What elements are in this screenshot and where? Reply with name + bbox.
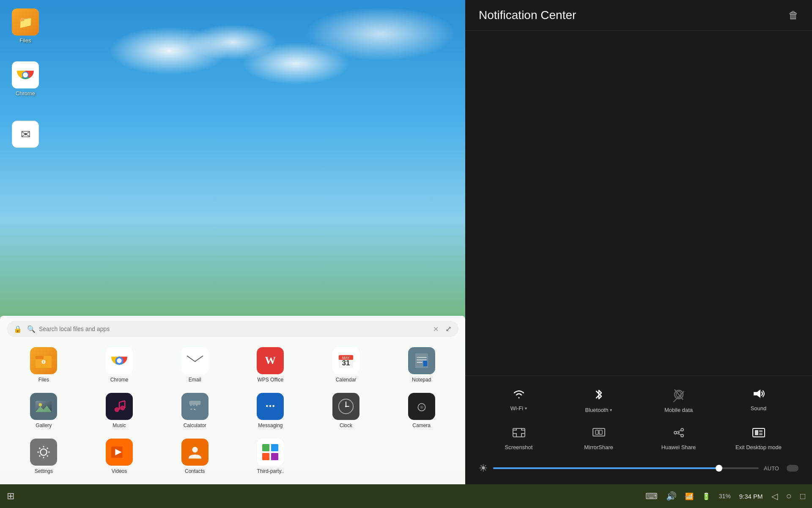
brightness-slider[interactable] <box>493 467 759 469</box>
app-item-gallery[interactable]: Gallery <box>7 389 81 432</box>
svg-point-76 <box>681 428 683 431</box>
huaweishare-label: Huawei Share <box>661 444 696 450</box>
svg-rect-20 <box>423 361 427 366</box>
svg-text:31: 31 <box>342 359 350 367</box>
notif-header: Notification Center 🗑 <box>465 0 812 31</box>
app-item-email[interactable]: Email <box>158 344 232 386</box>
taskbar-battery-icon: 🔋 <box>702 492 710 500</box>
app-item-chrome[interactable]: Chrome <box>82 344 156 386</box>
taskbar-time: 9:34 PM <box>739 493 763 500</box>
app-item-thirdparty[interactable]: Third-party.. <box>233 435 307 478</box>
app-item-settings[interactable]: Settings <box>7 435 81 478</box>
app-icon-settings <box>30 439 57 466</box>
app-item-contacts[interactable]: Contacts <box>158 435 232 478</box>
app-item-camera[interactable]: Camera <box>384 389 458 432</box>
svg-text:÷  ×: ÷ × <box>190 407 195 411</box>
svg-rect-71 <box>593 428 605 436</box>
app-icon-music <box>106 393 133 420</box>
taskbar-left: ⊞ <box>7 491 14 502</box>
qs-mirrorshare[interactable]: MirrorShare <box>559 423 639 454</box>
taskbar-volume-icon[interactable]: 🔊 <box>666 491 677 501</box>
app-icon-clock <box>332 393 359 420</box>
app-label-files: Files <box>38 377 49 383</box>
taskbar-back-icon[interactable]: ◁ <box>771 491 778 501</box>
notif-center-title: Notification Center <box>479 8 576 22</box>
qs-bluetooth[interactable]: Bluetooth ▾ <box>559 384 639 417</box>
desktop-icon-mail[interactable]: ✉ <box>8 121 42 148</box>
svg-text:MAY: MAY <box>342 356 350 360</box>
app-item-messaging[interactable]: Messaging <box>233 389 307 432</box>
qs-screenshot[interactable]: Screenshot <box>479 423 559 454</box>
svg-point-39 <box>273 405 275 407</box>
brightness-auto-toggle[interactable] <box>787 465 798 472</box>
sound-icon <box>752 388 765 403</box>
svg-line-55 <box>39 448 40 449</box>
app-label-music: Music <box>112 422 126 428</box>
taskbar-apps-icon[interactable]: ⊞ <box>7 491 14 502</box>
svg-line-78 <box>677 431 681 432</box>
svg-point-27 <box>120 406 125 410</box>
qs-huaweishare[interactable]: Huawei Share <box>639 423 719 454</box>
desktop-icon-chrome[interactable]: Chrome <box>8 61 42 97</box>
bluetooth-icon <box>593 388 605 404</box>
notif-clear-button[interactable]: 🗑 <box>788 9 798 21</box>
svg-rect-65 <box>262 453 269 460</box>
taskbar-home-icon[interactable]: ○ <box>786 491 792 502</box>
search-input[interactable] <box>39 326 430 332</box>
qs-wifi[interactable]: Wi-Fi ▾ <box>479 384 559 417</box>
svg-point-3 <box>23 72 28 77</box>
svg-rect-48 <box>418 400 422 403</box>
app-label-settings: Settings <box>35 468 53 474</box>
svg-line-53 <box>39 456 40 456</box>
app-item-calendar[interactable]: 31MAYCalendar <box>309 344 383 386</box>
files-desktop-label: Files <box>19 37 31 44</box>
app-label-clock: Clock <box>340 422 352 428</box>
app-item-wps[interactable]: WWPS Office <box>233 344 307 386</box>
app-icon-files <box>30 347 57 374</box>
app-icon-calendar: 31MAY <box>332 347 359 374</box>
app-icon-contacts <box>181 439 208 466</box>
app-icon-thirdparty <box>257 439 284 466</box>
app-icon-calculator: ÷ ×+ − = <box>181 393 208 420</box>
notif-body <box>465 31 812 375</box>
svg-point-75 <box>674 431 677 434</box>
files-desktop-icon: 📁 <box>12 8 39 36</box>
expand-icon[interactable]: ⤢ <box>445 324 452 334</box>
app-icon-messaging <box>257 393 284 420</box>
svg-point-10 <box>117 358 121 363</box>
svg-point-38 <box>269 405 272 407</box>
clear-search-icon[interactable]: ✕ <box>433 325 439 333</box>
taskbar-keyboard-icon[interactable]: ⌨ <box>645 491 658 501</box>
svg-point-49 <box>41 449 47 455</box>
app-label-wps: WPS Office <box>257 377 283 383</box>
qs-mobile-data[interactable]: Mobile data <box>639 384 719 417</box>
app-item-clock[interactable]: Clock <box>309 389 383 432</box>
mobile-data-icon <box>673 388 685 404</box>
taskbar-recent-icon[interactable]: □ <box>800 491 805 501</box>
taskbar-wifi-icon: 📶 <box>685 492 694 500</box>
brightness-fill <box>493 467 719 469</box>
bluetooth-label: Bluetooth <box>585 407 609 413</box>
app-item-calculator[interactable]: ÷ ×+ − =Calculator <box>158 389 232 432</box>
app-label-camera: Camera <box>412 422 431 428</box>
app-item-music[interactable]: Music <box>82 389 156 432</box>
brightness-auto-label: AUTO <box>764 465 779 472</box>
qs-sound[interactable]: Sound <box>719 384 798 417</box>
wifi-label: Wi-Fi <box>510 405 523 411</box>
search-icon: 🔍 <box>27 325 36 333</box>
desktop-icon-files[interactable]: 📁 Files <box>8 8 42 44</box>
svg-line-51 <box>47 456 48 456</box>
chrome-desktop-icon <box>12 61 39 88</box>
svg-point-80 <box>678 432 680 433</box>
lock-icon: 🔒 <box>14 325 22 333</box>
qs-exit-desktop[interactable]: Exit Desktop mode <box>719 423 798 454</box>
svg-line-79 <box>677 433 681 435</box>
app-item-videos[interactable]: Videos <box>82 435 156 478</box>
svg-marker-69 <box>754 389 760 398</box>
svg-rect-11 <box>187 355 203 367</box>
app-item-files[interactable]: Files <box>7 344 81 386</box>
app-item-notepad[interactable]: Notepad <box>384 344 458 386</box>
quick-settings: Wi-Fi ▾ Bluetooth ▾ <box>465 375 812 484</box>
bluetooth-chevron: ▾ <box>610 408 612 412</box>
mirrorshare-icon <box>592 427 606 442</box>
